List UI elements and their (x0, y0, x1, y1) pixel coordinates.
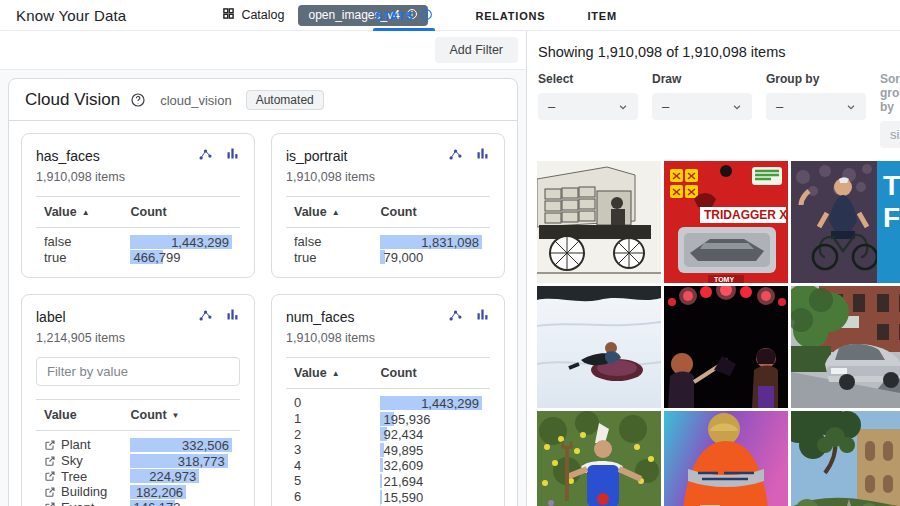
catalog-label: Catalog (241, 8, 284, 22)
tab-relations[interactable]: RELATIONS (475, 0, 545, 31)
filter-by-value-input[interactable] (36, 357, 240, 386)
table-row[interactable]: 01,443,299 (286, 395, 490, 411)
table-row[interactable]: true466,799 (36, 250, 240, 266)
catalog-button[interactable]: Catalog (222, 7, 284, 23)
gallery-image-street-car[interactable] (791, 286, 900, 408)
count-column-header[interactable]: Count (130, 205, 232, 219)
value-cell[interactable]: Building (44, 484, 130, 499)
table-row[interactable]: 521,694 (286, 473, 490, 489)
add-filter-button[interactable]: Add Filter (435, 37, 519, 63)
count-column-header[interactable]: Count (380, 205, 482, 219)
value-cell[interactable]: Plant (44, 437, 130, 452)
app-title: Know Your Data (16, 7, 126, 24)
value-column-header[interactable]: Value (44, 408, 130, 422)
table-row[interactable]: Building182,206 (36, 484, 240, 500)
table-row[interactable]: Tree224,973 (36, 468, 240, 484)
automated-badge: Automated (246, 90, 324, 110)
stats-pane: Cloud Vision cloud_vision Automated has_… (0, 70, 527, 506)
topbar: Know Your Data Catalog open_images_v4 ST… (0, 0, 900, 31)
gallery-image-truck-illustration[interactable] (537, 161, 661, 283)
count-column-header[interactable]: Count (380, 366, 482, 380)
grid-icon (222, 7, 235, 23)
value-cell: 5 (294, 473, 380, 488)
sort-asc-icon: ▲ (332, 208, 340, 217)
value-column-header[interactable]: Value▲ (294, 205, 380, 219)
open-in-new-icon[interactable] (44, 470, 56, 482)
results-count-text: Showing 1,910,098 of 1,910,098 items (528, 31, 900, 70)
gallery-image-hivis-jacket[interactable] (664, 411, 788, 506)
metric-card-num-faces: num_faces 1,910,098 items Value▲ Count 0… (271, 294, 505, 506)
sort-groups-value: size (890, 127, 900, 142)
table-row[interactable]: 615,590 (286, 489, 490, 505)
tab-item[interactable]: ITEM (587, 0, 616, 31)
tab-stats[interactable]: STATS (375, 0, 433, 31)
chevron-down-icon (846, 102, 856, 112)
draw-dropdown[interactable]: – (652, 93, 752, 120)
tab-relations-label: RELATIONS (475, 10, 545, 22)
table-row[interactable]: 1195,936 (286, 411, 490, 427)
count-column-header[interactable]: Count▼ (130, 408, 232, 422)
help-icon[interactable] (130, 92, 146, 108)
value-column-header[interactable]: Value▲ (44, 205, 130, 219)
table-row[interactable]: false1,443,299 (36, 234, 240, 250)
scatter-plot-icon[interactable] (198, 307, 213, 326)
value-cell[interactable]: Event (44, 500, 130, 506)
table-row[interactable]: 292,434 (286, 426, 490, 442)
gallery-image-toy-package[interactable]: TRIDAGGER X TOMY (664, 161, 788, 283)
gallery-image-concert[interactable] (664, 286, 788, 408)
open-in-new-icon[interactable] (44, 455, 56, 467)
tab-item-label: ITEM (587, 10, 616, 22)
count-cell: 182,206 (130, 485, 232, 499)
bar-chart-icon[interactable] (475, 146, 490, 165)
filter-strip: Add Filter (0, 31, 527, 70)
group-by-dropdown[interactable]: – (766, 93, 866, 120)
count-cell: 1,443,299 (380, 396, 482, 410)
count-cell: 224,973 (130, 469, 232, 483)
value-cell: true (44, 250, 130, 265)
table-row[interactable]: 432,609 (286, 458, 490, 474)
scatter-plot-icon[interactable] (448, 146, 463, 165)
value-cell: false (44, 234, 130, 249)
table-row[interactable]: false1,831,098 (286, 234, 490, 250)
table-row[interactable]: Sky318,773 (36, 453, 240, 469)
table-row[interactable]: true79,000 (286, 250, 490, 266)
bar-chart-icon[interactable] (475, 307, 490, 326)
scatter-plot-icon[interactable] (198, 146, 213, 165)
gallery-image-garden-figure[interactable] (537, 411, 661, 506)
info-icon[interactable] (420, 8, 433, 23)
tab-stats-label: STATS (375, 10, 413, 22)
group-by-label: Group by (766, 72, 866, 86)
value-cell[interactable]: Sky (44, 453, 130, 468)
gallery-image-courtyard[interactable] (791, 411, 900, 506)
metric-card-has-faces: has_faces 1,910,098 items Value▲ Count f… (21, 133, 255, 278)
metric-cards-grid: has_faces 1,910,098 items Value▲ Count f… (9, 121, 517, 506)
table-row[interactable]: 349,895 (286, 442, 490, 458)
value-cell[interactable]: Tree (44, 469, 130, 484)
chevron-down-icon (618, 102, 628, 112)
scatter-plot-icon[interactable] (448, 307, 463, 326)
table-row[interactable]: Event146,173 (36, 500, 240, 506)
select-value: – (548, 99, 555, 114)
gallery-image-snow-tubing[interactable] (537, 286, 661, 408)
count-cell: 466,799 (130, 250, 232, 264)
open-in-new-icon[interactable] (44, 486, 56, 498)
gallery-image-cycling-poster[interactable]: TO FE (791, 161, 900, 283)
svg-text:FE: FE (883, 202, 900, 233)
card-item-count: 1,910,098 items (36, 170, 240, 184)
count-cell: 15,590 (380, 490, 482, 504)
select-dropdown[interactable]: – (538, 93, 638, 120)
value-cell: false (294, 234, 380, 249)
table-row[interactable]: Plant332,506 (36, 437, 240, 453)
sort-groups-dropdown: size (880, 121, 900, 148)
sort-groups-label: Sort groups by (880, 72, 900, 114)
value-column-header[interactable]: Value▲ (294, 366, 380, 380)
bar-chart-icon[interactable] (225, 307, 240, 326)
card-item-count: 1,214,905 items (36, 331, 240, 345)
value-cell: 3 (294, 442, 380, 457)
bar-chart-icon[interactable] (225, 146, 240, 165)
open-in-new-icon[interactable] (44, 439, 56, 451)
card-title: has_faces (36, 148, 100, 164)
open-in-new-icon[interactable] (44, 501, 56, 506)
value-cell: 0 (294, 395, 380, 410)
draw-control: Draw – (652, 72, 752, 148)
